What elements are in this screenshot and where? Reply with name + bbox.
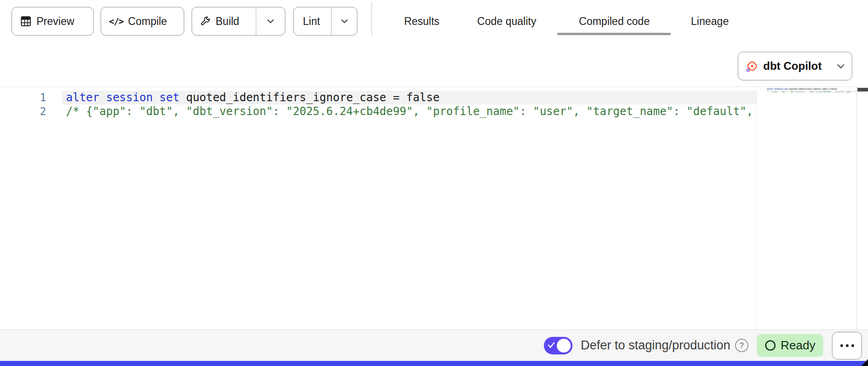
tab-results[interactable]: Results xyxy=(402,0,442,43)
wrench-icon xyxy=(200,16,211,27)
minimap[interactable]: alter session set quoted_identifiers_ign… xyxy=(756,87,856,330)
dot-icon xyxy=(846,344,849,347)
ready-status-badge: Ready xyxy=(757,334,823,357)
build-dropdown-button[interactable] xyxy=(256,7,285,35)
dot-icon xyxy=(840,344,843,347)
lint-split-button: Lint xyxy=(293,7,357,36)
check-icon xyxy=(548,342,555,348)
code-lines: alter session set quoted_identifiers_ign… xyxy=(62,91,756,118)
build-button[interactable]: Build xyxy=(192,7,247,35)
compile-button[interactable]: </> Compile xyxy=(101,7,184,36)
tab-code-quality-label: Code quality xyxy=(477,15,536,28)
lint-dropdown-button[interactable] xyxy=(331,7,357,35)
compile-button-label: Compile xyxy=(128,15,167,28)
bottom-accent-band xyxy=(0,361,868,366)
help-icon[interactable]: ? xyxy=(735,339,748,352)
minimap-line: /* {"app": "dbt", "dbt_version": "2025.6… xyxy=(767,91,856,93)
dbt-copilot-label: dbt Copilot xyxy=(763,60,822,73)
table-icon xyxy=(20,15,32,27)
mouse-cursor xyxy=(862,359,868,366)
status-bar: Defer to staging/production ? Ready xyxy=(0,329,868,361)
more-options-button[interactable] xyxy=(832,332,862,360)
tab-compiled-code-label: Compiled code xyxy=(579,15,650,28)
chevron-down-icon xyxy=(836,63,845,69)
tab-compiled-code[interactable]: Compiled code xyxy=(572,0,657,43)
help-glyph: ? xyxy=(739,341,744,350)
status-ring-icon xyxy=(765,340,776,351)
active-tab-underline xyxy=(557,33,671,35)
build-button-label: Build xyxy=(216,15,239,28)
toolbar: Preview </> Compile Build Lint xyxy=(0,0,868,43)
tab-code-quality[interactable]: Code quality xyxy=(472,0,542,43)
scrollbar-thumb[interactable] xyxy=(857,88,868,92)
vertical-scrollbar[interactable] xyxy=(856,87,868,330)
defer-toggle[interactable] xyxy=(544,337,573,354)
chevron-down-icon xyxy=(340,18,349,24)
lint-button-label: Lint xyxy=(303,15,320,28)
toggle-knob xyxy=(557,339,571,353)
lint-button[interactable]: Lint xyxy=(294,7,328,35)
code-brackets-icon: </> xyxy=(109,16,123,26)
ready-label: Ready xyxy=(781,338,815,353)
defer-label: Defer to staging/production xyxy=(581,338,730,353)
dbt-copilot-logo-icon xyxy=(746,60,759,73)
preview-button-label: Preview xyxy=(36,15,74,28)
line-number: 1 xyxy=(0,91,46,104)
line-number-gutter: 12 xyxy=(0,91,62,118)
preview-button[interactable]: Preview xyxy=(12,7,94,36)
code-editor[interactable]: 12 alter session set quoted_identifiers_… xyxy=(0,86,868,329)
tab-lineage[interactable]: Lineage xyxy=(688,0,732,43)
code-area[interactable]: 12 alter session set quoted_identifiers_… xyxy=(0,87,756,330)
dot-icon xyxy=(851,344,854,347)
tab-lineage-label: Lineage xyxy=(691,15,729,28)
code-line: /* {"app": "dbt", "dbt_version": "2025.6… xyxy=(62,104,756,118)
dbt-copilot-button[interactable]: dbt Copilot xyxy=(738,52,852,80)
chevron-down-icon xyxy=(266,18,275,24)
line-number: 2 xyxy=(0,104,46,118)
tab-results-label: Results xyxy=(404,15,440,28)
toolbar-divider xyxy=(371,3,372,35)
build-split-button: Build xyxy=(192,7,285,36)
code-line: alter session set quoted_identifiers_ign… xyxy=(62,91,756,104)
